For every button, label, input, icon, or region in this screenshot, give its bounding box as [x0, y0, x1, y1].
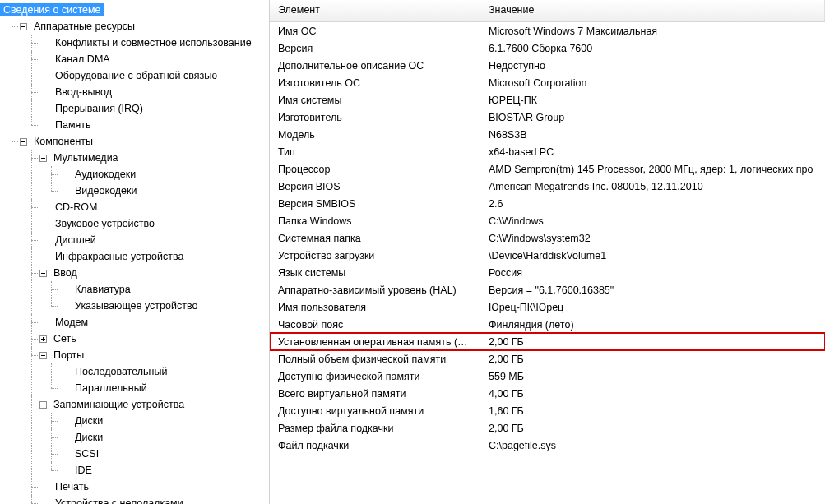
details-row[interactable]: ПроцессорAMD Sempron(tm) 145 Processor, …: [270, 160, 825, 178]
details-row[interactable]: Установленная оперативная память (RA...2…: [270, 333, 825, 350]
tree-item-scsi[interactable]: SCSI: [59, 446, 269, 462]
details-row[interactable]: Доступно виртуальной памяти1,60 ГБ: [270, 402, 825, 419]
details-name-cell: Устройство загрузки: [270, 250, 480, 261]
tree-leaf-icon: [59, 368, 68, 376]
details-row[interactable]: Часовой поясФинляндия (лето): [270, 316, 825, 333]
tree-item-video-codecs[interactable]: Видеокодеки: [59, 183, 269, 199]
details-row[interactable]: Папка WindowsC:\Windows: [270, 212, 825, 229]
tree-item-modem[interactable]: Модем: [39, 314, 269, 331]
tree-leaf-icon: [59, 434, 68, 442]
details-row[interactable]: Системная папкаC:\Windows\system32: [270, 229, 825, 247]
tree-item-irqs[interactable]: Прерывания (IRQ): [39, 100, 269, 117]
tree-item-components[interactable]: Компоненты: [20, 133, 269, 150]
tree-item-sound-device[interactable]: Звуковое устройство: [39, 215, 269, 232]
collapse-icon[interactable]: [39, 155, 47, 162]
details-value-cell: Юрец-ПК\Юрец: [480, 302, 825, 313]
tree-item-ide[interactable]: IDE: [59, 462, 269, 479]
details-row[interactable]: Версия6.1.7600 Сборка 7600: [270, 39, 825, 57]
tree-leaf-icon: [59, 385, 68, 392]
tree-leaf-icon: [39, 204, 49, 211]
tree-item-forced-hardware[interactable]: Оборудование с обратной связью: [39, 67, 269, 84]
details-body[interactable]: Имя ОСMicrosoft Windows 7 МаксимальнаяВе…: [270, 22, 825, 504]
nav-tree[interactable]: Сведения о системе Аппаратные ресурсы Ко…: [0, 2, 269, 504]
details-name-cell: Дополнительное описание ОС: [270, 60, 480, 72]
details-name-cell: Полный объем физической памяти: [270, 354, 480, 365]
tree-leaf-icon: [59, 187, 68, 195]
details-row[interactable]: Изготовитель ОСMicrosoft Corporation: [270, 74, 825, 91]
collapse-icon[interactable]: [39, 270, 47, 277]
tree-item-pointing-device[interactable]: Указывающее устройство: [59, 298, 269, 314]
tree-item-parallel[interactable]: Параллельный: [59, 380, 269, 396]
tree-item-storage[interactable]: Запоминающие устройства: [39, 396, 269, 413]
column-header-value[interactable]: Значение: [480, 0, 825, 21]
details-name-cell: Изготовитель ОС: [270, 77, 480, 89]
details-row[interactable]: Файл подкачкиC:\pagefile.sys: [270, 437, 825, 454]
details-row[interactable]: Полный объем физической памяти2,00 ГБ: [270, 350, 825, 368]
tree-leaf-icon: [39, 39, 49, 47]
details-value-cell: 2,00 ГБ: [480, 354, 825, 365]
tree-item-multimedia[interactable]: Мультимедиа: [39, 150, 269, 166]
expand-icon[interactable]: [39, 335, 47, 343]
tree-item-serial[interactable]: Последовательный: [59, 363, 269, 380]
details-name-cell: Тип: [270, 146, 480, 158]
tree-item-cdrom[interactable]: CD-ROM: [39, 199, 269, 215]
tree-leaf-icon: [39, 89, 49, 96]
details-row[interactable]: Всего виртуальной памяти4,00 ГБ: [270, 385, 825, 402]
details-row[interactable]: Размер файла подкачки2,00 ГБ: [270, 419, 825, 437]
tree-item-display[interactable]: Дисплей: [39, 232, 269, 248]
collapse-icon[interactable]: [20, 138, 27, 146]
tree-item-keyboard[interactable]: Клавиатура: [59, 281, 269, 298]
details-row[interactable]: Версия BIOSAmerican Megatrends Inc. 0800…: [270, 178, 825, 195]
details-value-cell: 6.1.7600 Сборка 7600: [480, 43, 825, 54]
tree-item-conflicts[interactable]: Конфликты и совместное использование: [39, 35, 269, 51]
details-row[interactable]: Язык системыРоссия: [270, 264, 825, 281]
details-header: Элемент Значение: [270, 0, 825, 22]
tree-item-infrared[interactable]: Инфракрасные устройства: [39, 248, 269, 265]
tree-item-ports[interactable]: Порты: [39, 347, 269, 363]
tree-leaf-icon: [39, 105, 49, 113]
tree-item-dma[interactable]: Канал DMA: [39, 51, 269, 67]
details-row[interactable]: ИзготовительBIOSTAR Group: [270, 109, 825, 126]
tree-item-printing[interactable]: Печать: [39, 479, 269, 495]
details-row[interactable]: Версия SMBIOS2.6: [270, 195, 825, 212]
details-name-cell: Часовой пояс: [270, 319, 480, 331]
details-name-cell: Доступно виртуальной памяти: [270, 405, 480, 417]
collapse-icon[interactable]: [39, 352, 47, 359]
tree-item-problem-devices[interactable]: Устройства с неполадками: [39, 495, 269, 504]
tree-item-memory[interactable]: Память: [39, 117, 269, 133]
details-name-cell: Доступно физической памяти: [270, 371, 480, 382]
details-row[interactable]: Устройство загрузки\Device\HarddiskVolum…: [270, 247, 825, 264]
details-row[interactable]: Типx64-based PC: [270, 143, 825, 160]
details-value-cell: 1,60 ГБ: [480, 405, 825, 417]
details-name-cell: Версия: [270, 43, 480, 54]
details-value-cell: Версия = "6.1.7600.16385": [480, 284, 825, 296]
column-header-name[interactable]: Элемент: [270, 0, 480, 21]
collapse-icon[interactable]: [39, 401, 47, 409]
details-row[interactable]: Дополнительное описание ОСНедоступно: [270, 57, 825, 74]
details-row[interactable]: МодельN68S3B: [270, 126, 825, 143]
details-row[interactable]: Имя пользователяЮрец-ПК\Юрец: [270, 298, 825, 316]
details-row[interactable]: Доступно физической памяти559 МБ: [270, 368, 825, 385]
tree-leaf-icon: [39, 483, 49, 491]
tree-item-network[interactable]: Сеть: [39, 331, 269, 347]
tree-leaf-icon: [59, 171, 68, 178]
details-value-cell: ЮРЕЦ-ПК: [480, 95, 825, 106]
details-name-cell: Системная папка: [270, 233, 480, 244]
tree-item-drives-2[interactable]: Диски: [59, 429, 269, 446]
tree-root-label: Сведения о системе: [0, 3, 104, 16]
tree-item-audio-codecs[interactable]: Аудиокодеки: [59, 166, 269, 183]
system-information-window: Сведения о системе Аппаратные ресурсы Ко…: [0, 0, 825, 504]
tree-item-input[interactable]: Ввод: [39, 265, 269, 281]
tree-leaf-icon: [59, 451, 68, 458]
tree-item-io[interactable]: Ввод-вывод: [39, 84, 269, 100]
tree-leaf-icon: [39, 500, 49, 505]
details-row[interactable]: Аппаратно-зависимый уровень (HAL)Версия …: [270, 281, 825, 298]
details-value-cell: Microsoft Corporation: [480, 77, 825, 89]
details-row[interactable]: Имя системыЮРЕЦ-ПК: [270, 91, 825, 109]
details-row[interactable]: Имя ОСMicrosoft Windows 7 Максимальная: [270, 22, 825, 39]
collapse-icon[interactable]: [20, 23, 27, 30]
tree-item-drives-1[interactable]: Диски: [59, 413, 269, 429]
tree-leaf-icon: [59, 467, 68, 474]
tree-root-system-summary[interactable]: Сведения о системе: [0, 2, 269, 18]
tree-item-hardware-resources[interactable]: Аппаратные ресурсы: [20, 18, 269, 35]
